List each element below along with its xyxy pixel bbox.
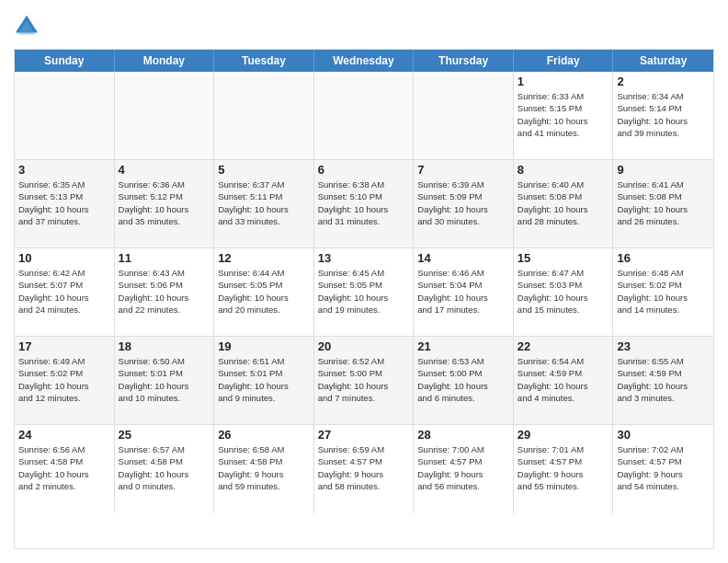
calendar-cell: 18Sunrise: 6:50 AMSunset: 5:01 PMDayligh… [115, 337, 215, 424]
day-number: 12 [218, 251, 310, 265]
day-info: Sunrise: 6:50 AMSunset: 5:01 PMDaylight:… [119, 355, 210, 404]
calendar-cell: 28Sunrise: 7:00 AMSunset: 4:57 PMDayligh… [414, 425, 514, 513]
day-number: 10 [18, 251, 110, 265]
day-info: Sunrise: 6:39 AMSunset: 5:09 PMDaylight:… [417, 178, 509, 227]
day-number: 28 [417, 428, 509, 442]
calendar-cell: 5Sunrise: 6:37 AMSunset: 5:11 PMDaylight… [214, 160, 314, 247]
day-info: Sunrise: 6:49 AMSunset: 5:02 PMDaylight:… [18, 355, 110, 404]
day-info: Sunrise: 6:38 AMSunset: 5:10 PMDaylight:… [318, 178, 410, 227]
day-header-thursday: Thursday [414, 50, 514, 72]
calendar-week-4: 17Sunrise: 6:49 AMSunset: 5:02 PMDayligh… [15, 337, 713, 425]
day-number: 30 [617, 428, 710, 442]
calendar-week-5: 24Sunrise: 6:56 AMSunset: 4:58 PMDayligh… [15, 425, 713, 513]
day-number: 19 [218, 339, 310, 353]
day-info: Sunrise: 6:52 AMSunset: 5:00 PMDaylight:… [318, 355, 410, 404]
calendar-cell [314, 72, 415, 159]
day-info: Sunrise: 6:33 AMSunset: 5:15 PMDaylight:… [518, 90, 609, 139]
calendar-cell: 19Sunrise: 6:51 AMSunset: 5:01 PMDayligh… [214, 337, 314, 424]
day-info: Sunrise: 6:59 AMSunset: 4:57 PMDaylight:… [318, 443, 410, 492]
day-header-monday: Monday [115, 50, 215, 72]
calendar-week-1: 1Sunrise: 6:33 AMSunset: 5:15 PMDaylight… [15, 72, 713, 160]
day-number: 18 [119, 339, 210, 353]
calendar-cell: 24Sunrise: 6:56 AMSunset: 4:58 PMDayligh… [15, 425, 115, 513]
calendar-cell: 9Sunrise: 6:41 AMSunset: 5:08 PMDaylight… [613, 160, 713, 247]
day-info: Sunrise: 6:37 AMSunset: 5:11 PMDaylight:… [218, 178, 310, 227]
day-number: 17 [18, 339, 110, 353]
day-number: 16 [617, 251, 710, 265]
day-info: Sunrise: 6:35 AMSunset: 5:13 PMDaylight:… [18, 178, 110, 227]
day-info: Sunrise: 7:02 AMSunset: 4:57 PMDaylight:… [617, 443, 710, 492]
day-header-sunday: Sunday [15, 50, 115, 72]
calendar-page: SundayMondayTuesdayWednesdayThursdayFrid… [0, 0, 728, 563]
day-number: 1 [518, 75, 609, 88]
day-number: 23 [617, 339, 710, 353]
calendar-cell: 2Sunrise: 6:34 AMSunset: 5:14 PMDaylight… [613, 72, 713, 159]
day-info: Sunrise: 6:53 AMSunset: 5:00 PMDaylight:… [417, 355, 509, 404]
day-number: 29 [518, 428, 609, 442]
day-info: Sunrise: 7:00 AMSunset: 4:57 PMDaylight:… [417, 443, 509, 492]
day-info: Sunrise: 6:48 AMSunset: 5:02 PMDaylight:… [617, 267, 710, 316]
day-info: Sunrise: 6:40 AMSunset: 5:08 PMDaylight:… [518, 178, 609, 227]
day-info: Sunrise: 6:42 AMSunset: 5:07 PMDaylight:… [18, 267, 110, 316]
day-number: 9 [617, 163, 710, 177]
calendar-cell: 22Sunrise: 6:54 AMSunset: 4:59 PMDayligh… [514, 337, 614, 424]
day-info: Sunrise: 7:01 AMSunset: 4:57 PMDaylight:… [518, 443, 609, 492]
calendar-cell: 15Sunrise: 6:47 AMSunset: 5:03 PMDayligh… [514, 248, 614, 336]
calendar-cell: 10Sunrise: 6:42 AMSunset: 5:07 PMDayligh… [15, 248, 115, 336]
calendar-cell: 16Sunrise: 6:48 AMSunset: 5:02 PMDayligh… [613, 248, 713, 336]
calendar-cell: 4Sunrise: 6:36 AMSunset: 5:12 PMDaylight… [115, 160, 215, 247]
day-header-tuesday: Tuesday [214, 50, 314, 72]
day-number: 11 [119, 251, 210, 265]
calendar-cell [115, 72, 215, 159]
calendar-cell: 1Sunrise: 6:33 AMSunset: 5:15 PMDaylight… [514, 72, 614, 159]
calendar-cell: 8Sunrise: 6:40 AMSunset: 5:08 PMDaylight… [514, 160, 614, 247]
day-number: 8 [518, 163, 609, 177]
calendar-cell: 11Sunrise: 6:43 AMSunset: 5:06 PMDayligh… [115, 248, 215, 336]
day-number: 20 [318, 339, 410, 353]
calendar-cell: 7Sunrise: 6:39 AMSunset: 5:09 PMDaylight… [414, 160, 514, 247]
calendar-cell: 12Sunrise: 6:44 AMSunset: 5:05 PMDayligh… [214, 248, 314, 336]
calendar-cell: 29Sunrise: 7:01 AMSunset: 4:57 PMDayligh… [514, 425, 614, 513]
day-number: 4 [119, 163, 210, 177]
calendar-cell: 17Sunrise: 6:49 AMSunset: 5:02 PMDayligh… [15, 337, 115, 424]
day-info: Sunrise: 6:45 AMSunset: 5:05 PMDaylight:… [318, 267, 410, 316]
day-number: 2 [617, 75, 710, 88]
day-header-saturday: Saturday [613, 50, 713, 72]
logo [14, 14, 43, 40]
calendar-body: 1Sunrise: 6:33 AMSunset: 5:15 PMDaylight… [15, 72, 713, 513]
day-info: Sunrise: 6:46 AMSunset: 5:04 PMDaylight:… [417, 267, 509, 316]
day-number: 22 [518, 339, 609, 353]
day-number: 14 [417, 251, 509, 265]
day-number: 13 [318, 251, 410, 265]
day-info: Sunrise: 6:44 AMSunset: 5:05 PMDaylight:… [218, 267, 310, 316]
calendar-cell: 26Sunrise: 6:58 AMSunset: 4:58 PMDayligh… [214, 425, 314, 513]
day-number: 15 [518, 251, 609, 265]
day-number: 3 [18, 163, 110, 177]
day-info: Sunrise: 6:41 AMSunset: 5:08 PMDaylight:… [617, 178, 710, 227]
day-info: Sunrise: 6:55 AMSunset: 4:59 PMDaylight:… [617, 355, 710, 404]
logo-icon [14, 14, 40, 40]
calendar-week-2: 3Sunrise: 6:35 AMSunset: 5:13 PMDaylight… [15, 160, 713, 248]
day-number: 7 [417, 163, 509, 177]
day-number: 26 [218, 428, 310, 442]
day-header-friday: Friday [514, 50, 614, 72]
day-header-wednesday: Wednesday [314, 50, 415, 72]
day-info: Sunrise: 6:34 AMSunset: 5:14 PMDaylight:… [617, 90, 710, 139]
calendar-cell: 30Sunrise: 7:02 AMSunset: 4:57 PMDayligh… [613, 425, 713, 513]
calendar-cell: 23Sunrise: 6:55 AMSunset: 4:59 PMDayligh… [613, 337, 713, 424]
calendar-cell: 27Sunrise: 6:59 AMSunset: 4:57 PMDayligh… [314, 425, 415, 513]
calendar-cell: 6Sunrise: 6:38 AMSunset: 5:10 PMDaylight… [314, 160, 415, 247]
calendar-cell: 20Sunrise: 6:52 AMSunset: 5:00 PMDayligh… [314, 337, 415, 424]
day-info: Sunrise: 6:56 AMSunset: 4:58 PMDaylight:… [18, 443, 110, 492]
calendar: SundayMondayTuesdayWednesdayThursdayFrid… [14, 49, 714, 549]
day-number: 27 [318, 428, 410, 442]
calendar-cell: 13Sunrise: 6:45 AMSunset: 5:05 PMDayligh… [314, 248, 415, 336]
day-info: Sunrise: 6:47 AMSunset: 5:03 PMDaylight:… [518, 267, 609, 316]
day-number: 21 [417, 339, 509, 353]
day-info: Sunrise: 6:57 AMSunset: 4:58 PMDaylight:… [119, 443, 210, 492]
calendar-cell: 14Sunrise: 6:46 AMSunset: 5:04 PMDayligh… [414, 248, 514, 336]
day-number: 6 [318, 163, 410, 177]
calendar-cell: 21Sunrise: 6:53 AMSunset: 5:00 PMDayligh… [414, 337, 514, 424]
day-info: Sunrise: 6:51 AMSunset: 5:01 PMDaylight:… [218, 355, 310, 404]
day-info: Sunrise: 6:36 AMSunset: 5:12 PMDaylight:… [119, 178, 210, 227]
